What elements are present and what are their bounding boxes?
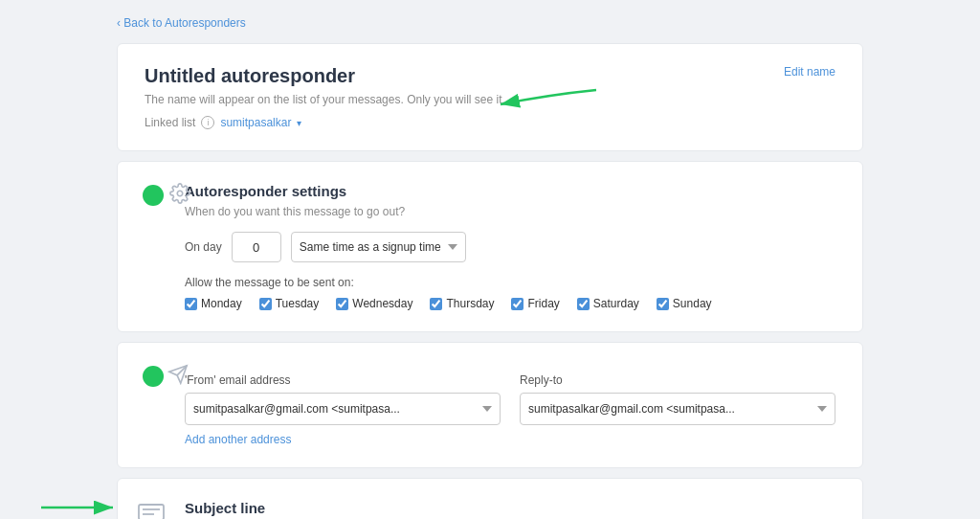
replyto-email-select[interactable]: sumitpasalkar@gmail.com <sumitpasa... — [520, 393, 835, 425]
linked-list-value[interactable]: sumitpasalkar — [220, 116, 291, 129]
svg-point-1 — [177, 191, 183, 196]
gear-icon — [162, 175, 198, 212]
svg-rect-5 — [139, 505, 164, 519]
linked-list-chevron[interactable]: ▾ — [297, 118, 301, 128]
step-dot-settings — [143, 185, 164, 206]
back-link[interactable]: Back to Autoresponders — [117, 16, 246, 30]
title-info: Untitled autoresponder The name will app… — [145, 65, 505, 129]
settings-subtitle: When do you want this message to go out? — [185, 205, 835, 218]
checkbox-monday[interactable]: Monday — [185, 297, 242, 310]
allow-label: Allow the message to be sent on: — [185, 276, 835, 289]
from-card: 'From' email address sumitpasalkar@gmail… — [117, 342, 863, 468]
back-link-label: Back to Autoresponders — [123, 16, 245, 30]
on-day-label: On day — [185, 240, 222, 254]
lines-icon — [133, 494, 169, 519]
subject-card: Subject line ☺ 👤✏ 0/150 characters. For … — [117, 478, 863, 519]
replyto-label: Reply-to — [520, 373, 835, 387]
checkbox-saturday[interactable]: Saturday — [577, 297, 639, 310]
from-email-select[interactable]: sumitpasalkar@gmail.com <sumitpasa... — [185, 393, 501, 425]
arrow-annotation-subject — [32, 488, 127, 519]
autoresponder-title: Untitled autoresponder — [145, 65, 505, 87]
step-dot-from — [143, 366, 164, 387]
linked-list-label: Linked list — [145, 116, 195, 129]
from-col: 'From' email address sumitpasalkar@gmail… — [185, 373, 501, 425]
checkbox-sunday[interactable]: Sunday — [657, 297, 712, 310]
checkbox-wednesday[interactable]: Wednesday — [336, 297, 412, 310]
settings-title: Autoresponder settings — [185, 183, 835, 199]
from-label: 'From' email address — [185, 373, 501, 387]
autoresponder-subtitle: The name will appear on the list of your… — [145, 93, 505, 106]
send-icon — [160, 356, 196, 393]
day-input[interactable] — [232, 232, 281, 262]
title-card: Untitled autoresponder The name will app… — [117, 43, 863, 151]
from-grid: 'From' email address sumitpasalkar@gmail… — [185, 373, 835, 425]
linked-list-row: Linked list i sumitpasalkar ▾ — [145, 116, 505, 129]
subject-title: Subject line — [185, 500, 835, 516]
checkbox-thursday[interactable]: Thursday — [430, 297, 494, 310]
day-row: On day Same time as a signup time — [185, 232, 835, 262]
replyto-col: Reply-to sumitpasalkar@gmail.com <sumitp… — [520, 373, 835, 425]
title-card-inner: Untitled autoresponder The name will app… — [145, 65, 835, 129]
info-icon[interactable]: i — [201, 116, 214, 129]
add-address-link[interactable]: Add another address — [185, 433, 291, 446]
time-select[interactable]: Same time as a signup time — [291, 232, 466, 262]
settings-card: Autoresponder settings When do you want … — [117, 161, 863, 332]
checkbox-tuesday[interactable]: Tuesday — [259, 297, 320, 310]
checkbox-friday[interactable]: Friday — [511, 297, 559, 310]
edit-name-button[interactable]: Edit name — [784, 65, 835, 79]
checkboxes-row: Monday Tuesday Wednesday Thursday Friday… — [185, 297, 835, 310]
